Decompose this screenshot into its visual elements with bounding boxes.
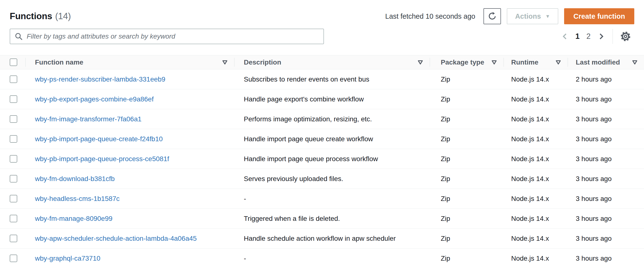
- functions-table: Function name Description Package type R…: [0, 55, 644, 265]
- function-name-cell: wby-fm-download-b381cfb: [25, 169, 234, 189]
- column-label: Description: [244, 58, 281, 66]
- last-modified-text: 3 hours ago: [576, 235, 612, 243]
- last-fetched-text: Last fetched 10 seconds ago: [385, 12, 475, 20]
- page-number-2[interactable]: 2: [583, 30, 594, 43]
- function-name-link[interactable]: wby-pb-import-page-queue-create-f24fb10: [35, 135, 163, 143]
- row-checkbox[interactable]: [10, 75, 17, 83]
- last-modified-text: 3 hours ago: [576, 95, 612, 103]
- runtime-cell: Node.js 14.x: [504, 129, 568, 149]
- package-type-text: Zip: [441, 115, 450, 123]
- gear-icon: [620, 31, 631, 42]
- function-name-link[interactable]: wby-pb-export-pages-combine-e9a86ef: [35, 95, 154, 103]
- table-row: wby-fm-manage-8090e99 Triggered when a f…: [0, 209, 644, 229]
- function-name-cell: wby-headless-cms-1b1587c: [25, 189, 234, 209]
- function-name-cell: wby-pb-export-pages-combine-e9a86ef: [25, 89, 234, 109]
- last-modified-cell: 3 hours ago: [568, 249, 644, 265]
- description-cell: Serves previously uploaded files.: [234, 169, 430, 189]
- column-label: Runtime: [511, 58, 538, 66]
- search-box[interactable]: [10, 29, 324, 44]
- last-modified-text: 3 hours ago: [576, 115, 612, 123]
- row-checkbox[interactable]: [10, 155, 17, 163]
- package-type-text: Zip: [441, 135, 450, 143]
- table-row: wby-ps-render-subscriber-lambda-331eeb9 …: [0, 69, 644, 89]
- row-checkbox[interactable]: [10, 235, 17, 242]
- row-checkbox[interactable]: [10, 115, 17, 123]
- runtime-text: Node.js 14.x: [511, 135, 549, 143]
- function-name-link[interactable]: wby-fm-manage-8090e99: [35, 215, 112, 223]
- page-title: Functions (14): [10, 11, 71, 21]
- function-name-link[interactable]: wby-ps-render-subscriber-lambda-331eeb9: [35, 75, 165, 83]
- previous-page-button[interactable]: [558, 30, 572, 42]
- package-type-text: Zip: [441, 75, 450, 83]
- description-text: Handle schedule action workflow in apw s…: [244, 235, 396, 243]
- create-function-button[interactable]: Create function: [564, 8, 634, 24]
- search-input[interactable]: [26, 32, 319, 40]
- function-name-link[interactable]: wby-pb-import-page-queue-process-ce5081f: [35, 155, 169, 163]
- page-header: Functions (14) Last fetched 10 seconds a…: [0, 0, 644, 24]
- row-checkbox[interactable]: [10, 255, 17, 262]
- function-name-link[interactable]: wby-fm-download-b381cfb: [35, 175, 114, 183]
- package-type-cell: Zip: [430, 109, 504, 129]
- runtime-text: Node.js 14.x: [511, 235, 549, 243]
- package-type-cell: Zip: [430, 169, 504, 189]
- runtime-cell: Node.js 14.x: [504, 249, 568, 265]
- page-title-text: Functions: [10, 11, 52, 21]
- sort-arrow-icon: [491, 59, 497, 65]
- last-modified-text: 3 hours ago: [576, 175, 612, 183]
- column-header-runtime[interactable]: Runtime: [504, 55, 568, 69]
- description-text: Handle import page queue process workflo…: [244, 155, 378, 163]
- runtime-cell: Node.js 14.x: [504, 209, 568, 228]
- last-modified-text: 3 hours ago: [576, 195, 612, 203]
- column-label: Last modified: [576, 58, 620, 66]
- table-controls: 1 2: [0, 29, 644, 44]
- table-row: wby-fm-image-transformer-7fa06a1 Perform…: [0, 109, 644, 129]
- table-body: wby-ps-render-subscriber-lambda-331eeb9 …: [0, 69, 644, 265]
- page-number-1[interactable]: 1: [572, 30, 583, 43]
- package-type-cell: Zip: [430, 189, 504, 209]
- column-header-last-modified[interactable]: Last modified: [568, 55, 644, 69]
- runtime-cell: Node.js 14.x: [504, 109, 568, 129]
- row-checkbox[interactable]: [10, 195, 17, 202]
- row-checkbox[interactable]: [10, 95, 17, 103]
- function-name-link[interactable]: wby-apw-scheduler-schedule-action-lambda…: [35, 235, 197, 243]
- preferences-button[interactable]: [617, 29, 634, 44]
- table-row: wby-pb-import-page-queue-process-ce5081f…: [0, 149, 644, 169]
- runtime-cell: Node.js 14.x: [504, 69, 568, 89]
- row-checkbox[interactable]: [10, 175, 17, 183]
- column-header-function-name[interactable]: Function name: [25, 55, 234, 69]
- row-checkbox[interactable]: [10, 135, 17, 143]
- last-modified-cell: 3 hours ago: [568, 89, 644, 109]
- package-type-cell: Zip: [430, 249, 504, 265]
- package-type-cell: Zip: [430, 149, 504, 169]
- package-type-text: Zip: [441, 155, 450, 163]
- description-cell: Handle schedule action workflow in apw s…: [234, 229, 430, 248]
- function-name-link[interactable]: wby-fm-image-transformer-7fa06a1: [35, 115, 142, 123]
- select-all-checkbox[interactable]: [10, 58, 17, 66]
- last-modified-text: 3 hours ago: [576, 135, 612, 143]
- function-name-cell: wby-apw-scheduler-schedule-action-lambda…: [25, 229, 234, 248]
- table-row: wby-graphql-ca73710 - Zip Node.js 14.x 3…: [0, 249, 644, 265]
- column-header-package-type[interactable]: Package type: [430, 55, 504, 69]
- row-select-cell: [0, 89, 25, 109]
- last-modified-cell: 3 hours ago: [568, 209, 644, 228]
- last-modified-text: 2 hours ago: [576, 75, 612, 83]
- table-row: wby-pb-export-pages-combine-e9a86ef Hand…: [0, 89, 644, 109]
- actions-button[interactable]: Actions ▼: [507, 8, 558, 24]
- table-row: wby-apw-scheduler-schedule-action-lambda…: [0, 229, 644, 249]
- next-page-button[interactable]: [594, 30, 608, 42]
- runtime-text: Node.js 14.x: [511, 75, 549, 83]
- function-name-link[interactable]: wby-graphql-ca73710: [35, 255, 100, 262]
- pagination-divider: [612, 29, 613, 44]
- function-name-link[interactable]: wby-headless-cms-1b1587c: [35, 195, 120, 203]
- runtime-text: Node.js 14.x: [511, 195, 549, 203]
- sort-arrow-icon: [222, 59, 228, 65]
- last-modified-text: 3 hours ago: [576, 215, 612, 223]
- last-modified-cell: 3 hours ago: [568, 149, 644, 169]
- runtime-text: Node.js 14.x: [511, 215, 549, 223]
- sort-arrow-icon: [632, 59, 638, 65]
- column-header-description[interactable]: Description: [234, 55, 430, 69]
- package-type-cell: Zip: [430, 129, 504, 149]
- row-checkbox[interactable]: [10, 215, 17, 222]
- refresh-button[interactable]: [484, 8, 501, 24]
- package-type-text: Zip: [441, 175, 450, 183]
